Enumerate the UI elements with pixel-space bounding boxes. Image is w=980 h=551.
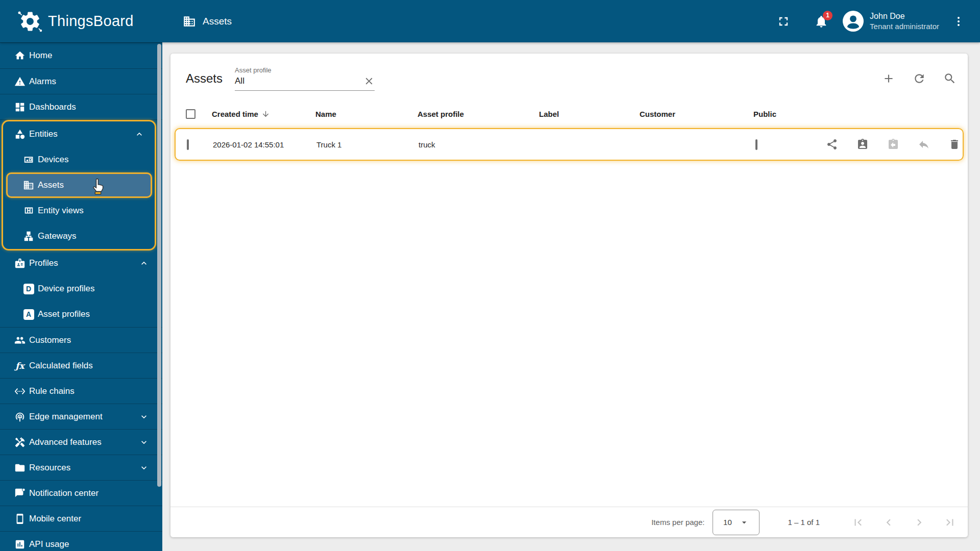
view-quilt-icon <box>23 205 34 216</box>
chevron-down-icon[interactable] <box>139 412 149 422</box>
header-actions: 1 John Doe Tenant administrator <box>776 11 965 32</box>
notification-badge: 1 <box>823 11 832 20</box>
sidebar-item-api-usage[interactable]: API usage <box>0 531 162 551</box>
table-empty-area <box>175 161 964 507</box>
items-per-page-select[interactable]: 10 <box>713 510 760 535</box>
sidebar-item-label: Calculated fields <box>29 361 93 371</box>
sidebar-item-edge-management[interactable]: Edge management <box>0 404 162 429</box>
sidebar-item-customers[interactable]: Customers <box>0 327 162 353</box>
public-checkbox[interactable] <box>755 139 757 150</box>
page-title-header: Assets <box>183 15 232 28</box>
pagination-footer: Items per page: 10 1 – 1 of 1 <box>170 507 968 537</box>
warning-icon <box>14 76 26 87</box>
cell-name: Truck 1 <box>316 140 419 149</box>
sidebar-item-dashboards[interactable]: Dashboards <box>0 94 162 119</box>
sidebar-item-calculated-fields[interactable]: ƒx Calculated fields <box>0 353 162 378</box>
share-icon[interactable] <box>826 138 838 151</box>
column-header-label[interactable]: Label <box>539 110 640 118</box>
sidebar-item-resources[interactable]: Resources <box>0 455 162 480</box>
row-checkbox[interactable] <box>187 139 189 150</box>
sidebar-item-device-profiles[interactable]: D Device profiles <box>0 276 162 302</box>
last-page-icon[interactable] <box>943 516 957 529</box>
fullscreen-icon[interactable] <box>776 14 791 29</box>
sidebar-item-rule-chains[interactable]: Rule chains <box>0 378 162 404</box>
sidebar-item-asset-profiles[interactable]: A Asset profiles <box>0 302 162 327</box>
asset-profile-filter[interactable]: Asset profile All <box>235 66 375 91</box>
sidebar-item-advanced-features[interactable]: Advanced features <box>0 429 162 455</box>
column-header-customer[interactable]: Customer <box>640 110 753 118</box>
chevron-down-icon[interactable] <box>139 463 149 473</box>
sidebar-item-label: Gateways <box>38 231 77 241</box>
sidebar-item-alarms[interactable]: Alarms <box>0 68 162 94</box>
user-name: John Doe <box>870 11 939 22</box>
sidebar-item-label: Mobile center <box>29 514 81 524</box>
sort-arrow-down-icon <box>261 110 270 118</box>
sidebar-scrollbar[interactable] <box>157 44 161 487</box>
chevron-down-icon[interactable] <box>139 437 149 447</box>
close-icon[interactable] <box>363 76 375 87</box>
column-header-name[interactable]: Name <box>315 110 418 118</box>
antenna-icon <box>14 411 26 422</box>
select-all-checkbox[interactable] <box>186 109 195 119</box>
next-page-icon[interactable] <box>913 516 926 529</box>
sidebar-item-notification-center[interactable]: Notification center <box>0 480 162 506</box>
sidebar-item-label: Entity views <box>38 206 84 216</box>
refresh-icon[interactable] <box>913 72 926 85</box>
column-header-public[interactable]: Public <box>753 110 825 118</box>
sidebar-item-label: Dashboards <box>29 102 76 112</box>
thingsboard-logo-icon <box>18 10 42 33</box>
sidebar-nav: Home Alarms Dashboards Entities Devices … <box>0 42 162 551</box>
sidebar-item-label: Alarms <box>29 77 56 87</box>
add-icon[interactable] <box>882 72 895 85</box>
sidebar-item-mobile-center[interactable]: Mobile center <box>0 506 162 531</box>
sidebar-item-label: Resources <box>29 463 70 473</box>
sidebar-item-devices[interactable]: Devices <box>3 147 155 172</box>
sidebar-item-profiles[interactable]: Profiles <box>0 251 162 276</box>
sidebar-item-label: Home <box>29 51 52 61</box>
sidebar-item-entity-views[interactable]: Entity views <box>3 198 155 223</box>
chevron-up-icon[interactable] <box>139 258 149 268</box>
pager-controls <box>851 516 957 529</box>
first-page-icon[interactable] <box>851 516 865 529</box>
entities-highlight-outline: Entities Devices Assets Entity views Gat… <box>2 120 156 251</box>
app-logo[interactable]: ThingsBoard <box>18 10 162 33</box>
sidebar-item-assets[interactable]: Assets <box>6 172 152 198</box>
home-icon <box>14 50 26 61</box>
sidebar-item-gateways[interactable]: Gateways <box>3 223 155 249</box>
table-row[interactable]: 2026-01-02 14:55:01 Truck 1 truck <box>175 128 964 161</box>
kebab-menu-icon[interactable] <box>952 15 965 28</box>
sidebar-item-home[interactable]: Home <box>0 43 162 68</box>
column-label: Asset profile <box>418 110 464 118</box>
letter-d-icon: D <box>23 283 34 294</box>
sidebar-item-label: Rule chains <box>29 386 75 396</box>
prev-page-icon[interactable] <box>882 516 895 529</box>
card-toolbar: Assets Asset profile All <box>170 54 968 101</box>
caret-down-icon <box>739 517 749 528</box>
table-header-row: Created time Name Asset profile Label Cu… <box>175 101 964 127</box>
column-label: Created time <box>212 110 258 118</box>
page-title: Assets <box>203 16 232 27</box>
user-info[interactable]: John Doe Tenant administrator <box>870 11 939 32</box>
filter-value[interactable]: All <box>235 76 363 86</box>
avatar[interactable] <box>843 11 864 32</box>
user-role: Tenant administrator <box>870 21 939 32</box>
smartphone-icon <box>14 513 26 524</box>
assign-to-customer-icon[interactable] <box>856 138 869 151</box>
sidebar-item-label: Asset profiles <box>38 309 90 319</box>
cell-created-time: 2026-01-02 14:55:01 <box>213 140 316 149</box>
row-actions <box>826 138 968 151</box>
page-range-label: 1 – 1 of 1 <box>788 518 820 527</box>
delete-icon[interactable] <box>948 138 961 151</box>
notifications-bell-icon[interactable]: 1 <box>814 14 828 29</box>
filter-label: Asset profile <box>235 66 375 74</box>
column-header-asset-profile[interactable]: Asset profile <box>418 110 539 118</box>
assets-building-icon <box>183 15 196 28</box>
sidebar-item-label: API usage <box>29 539 69 549</box>
sidebar-item-label: Customers <box>29 335 71 345</box>
search-icon[interactable] <box>943 72 957 85</box>
column-header-created-time[interactable]: Created time <box>212 110 315 118</box>
chevron-up-icon[interactable] <box>134 129 144 139</box>
sidebar-item-label: Device profiles <box>38 284 95 294</box>
sidebar-item-entities[interactable]: Entities <box>3 121 155 147</box>
building-icon <box>23 180 34 191</box>
